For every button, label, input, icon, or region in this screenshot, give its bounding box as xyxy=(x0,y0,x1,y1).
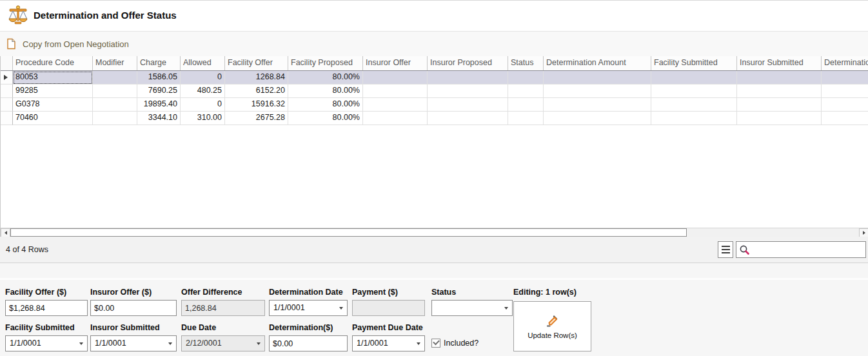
status-dropdown[interactable] xyxy=(431,300,513,316)
grid-cell[interactable] xyxy=(651,112,737,125)
grid-cell[interactable]: 2675.28 xyxy=(225,112,288,125)
col-header-facility-proposed[interactable]: Facility Proposed xyxy=(288,56,363,70)
included-checkbox-label: Included? xyxy=(444,339,478,348)
copy-from-open-negotiation-button[interactable]: Copy from Open Negotiation xyxy=(0,32,135,56)
grid-cell[interactable]: G0378 xyxy=(13,98,93,112)
grid-cell[interactable] xyxy=(508,71,544,84)
col-header-determination-amount[interactable]: Determination Amount xyxy=(544,56,651,70)
grid-cell[interactable]: 15916.32 xyxy=(225,98,288,112)
row-selector[interactable] xyxy=(1,71,13,84)
col-header-procedure-code[interactable]: Procedure Code xyxy=(13,56,93,70)
grid-cell[interactable]: 70460 xyxy=(13,112,93,125)
grid-cell[interactable]: 3344.10 xyxy=(137,112,181,125)
grid-cell[interactable] xyxy=(737,112,822,125)
grid-cell[interactable] xyxy=(822,112,868,125)
grid-cell[interactable] xyxy=(651,84,737,98)
facility-submitted-dropdown[interactable]: 1/1/0001 xyxy=(5,335,88,351)
determination-amount-label: Determination($) xyxy=(269,323,333,332)
grid-cell[interactable]: 6152.20 xyxy=(225,84,288,98)
grid-cell[interactable] xyxy=(651,71,737,84)
edit-form-panel: Facility Offer ($) Insuror Offer ($) Off… xyxy=(0,263,868,356)
grid-cell[interactable]: 1586.05 xyxy=(137,71,181,84)
grid-cell[interactable] xyxy=(363,98,428,112)
grid-cell[interactable]: 0 xyxy=(181,98,225,112)
col-header-facility-submitted[interactable]: Facility Submitted xyxy=(651,56,737,70)
facility-offer-field[interactable] xyxy=(5,300,88,316)
included-checkbox[interactable] xyxy=(431,339,440,348)
insuror-submitted-dropdown[interactable]: 1/1/0001 xyxy=(90,335,177,351)
col-header-charge[interactable]: Charge xyxy=(137,56,181,70)
grid-cell[interactable] xyxy=(428,112,508,125)
grid-cell[interactable] xyxy=(822,71,868,84)
scroll-right-icon[interactable] xyxy=(859,228,868,237)
determination-amount-field[interactable] xyxy=(269,335,348,351)
col-header-modifier[interactable]: Modifier xyxy=(93,56,137,70)
update-rows-button[interactable]: Update Row(s) xyxy=(513,301,591,351)
grid-cell[interactable]: 80.00% xyxy=(288,98,363,112)
grid-cell[interactable] xyxy=(93,112,137,125)
payment-field xyxy=(352,300,425,316)
grid-cell[interactable] xyxy=(428,71,508,84)
grid-cell[interactable]: 0 xyxy=(181,71,225,84)
grid-menu-button[interactable] xyxy=(718,241,733,258)
scroll-left-icon[interactable] xyxy=(1,228,10,237)
grid-cell[interactable] xyxy=(508,84,544,98)
grid-cell[interactable] xyxy=(363,84,428,98)
grid-cell[interactable] xyxy=(737,84,822,98)
row-selector[interactable] xyxy=(1,112,13,125)
grid-cell[interactable] xyxy=(93,84,137,98)
col-header-insuror-proposed[interactable]: Insuror Proposed xyxy=(428,56,508,70)
grid-cell[interactable] xyxy=(508,98,544,112)
grid-cell[interactable] xyxy=(651,98,737,112)
status-label: Status xyxy=(431,288,456,297)
grid-cell[interactable]: 99285 xyxy=(13,84,93,98)
table-row[interactable]: 992857690.25480.256152.2080.00% xyxy=(1,84,868,98)
grid-cell[interactable] xyxy=(544,98,651,112)
grid-cell[interactable] xyxy=(363,112,428,125)
insuror-offer-field[interactable] xyxy=(90,300,177,316)
grid-cell[interactable] xyxy=(363,71,428,84)
grid-cell[interactable] xyxy=(822,84,868,98)
table-row[interactable]: G037819895.40015916.3280.00% xyxy=(1,98,868,112)
pencil-icon xyxy=(546,314,560,328)
grid-cell[interactable] xyxy=(822,98,868,112)
grid-cell[interactable]: 480.25 xyxy=(181,84,225,98)
toolbar: Copy from Open Negotiation xyxy=(0,32,868,57)
col-header-facility-offer[interactable]: Facility Offer xyxy=(225,56,288,70)
grid-cell[interactable]: 310.00 xyxy=(181,112,225,125)
grid-cell[interactable] xyxy=(428,98,508,112)
determination-date-label: Determination Date xyxy=(269,288,343,297)
grid-cell[interactable]: 1268.84 xyxy=(225,71,288,84)
col-header-allowed[interactable]: Allowed xyxy=(181,56,225,70)
grid-cell[interactable]: 19895.40 xyxy=(137,98,181,112)
table-row[interactable]: 800531586.0501268.8480.00% xyxy=(1,71,868,84)
grid-cell[interactable] xyxy=(737,71,822,84)
grid-cell[interactable]: 80.00% xyxy=(288,84,363,98)
grid-cell[interactable]: 7690.25 xyxy=(137,84,181,98)
horizontal-scrollbar[interactable] xyxy=(1,228,868,237)
col-header-determination-date[interactable]: Determination Date xyxy=(822,56,868,70)
row-selector[interactable] xyxy=(1,84,13,98)
col-header-insuror-offer[interactable]: Insuror Offer xyxy=(363,56,428,70)
grid-cell[interactable] xyxy=(93,71,137,84)
grid-cell[interactable] xyxy=(508,112,544,125)
grid-cell[interactable]: 80.00% xyxy=(288,112,363,125)
search-input[interactable] xyxy=(752,242,865,258)
determination-date-dropdown[interactable]: 1/1/0001 xyxy=(269,300,348,316)
row-selector[interactable] xyxy=(1,98,13,112)
col-header-insuror-submitted[interactable]: Insuror Submitted xyxy=(737,56,822,70)
col-header-status[interactable]: Status xyxy=(508,56,544,70)
table-row[interactable]: 704603344.10310.002675.2880.00% xyxy=(1,112,868,125)
grid-cell[interactable] xyxy=(428,84,508,98)
grid-cell[interactable] xyxy=(544,84,651,98)
grid-cell[interactable] xyxy=(737,98,822,112)
grid-cell[interactable] xyxy=(544,112,651,125)
payment-due-date-dropdown[interactable]: 1/1/0001 xyxy=(352,335,425,351)
scales-icon xyxy=(8,5,28,26)
grid-cell[interactable] xyxy=(93,98,137,112)
grid-cell[interactable] xyxy=(544,71,651,84)
scrollbar-thumb[interactable] xyxy=(10,228,687,237)
grid-cell[interactable]: 80053 xyxy=(13,71,93,84)
grid-cell[interactable]: 80.00% xyxy=(288,71,363,84)
chevron-down-icon xyxy=(168,342,172,345)
